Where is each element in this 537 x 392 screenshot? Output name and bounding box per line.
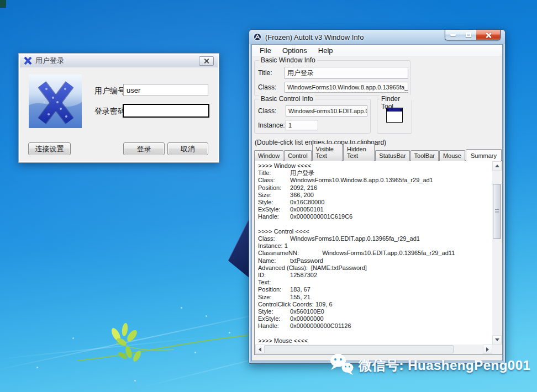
summary-line[interactable]: Style: 0x16C80000 bbox=[258, 199, 492, 206]
scroll-down-button[interactable] bbox=[492, 335, 502, 345]
caption-buttons bbox=[445, 30, 501, 40]
menu-bar: File Options Help bbox=[252, 45, 502, 56]
close-icon bbox=[485, 32, 492, 38]
summary-line[interactable]: Style: 0x560100E0 bbox=[258, 308, 492, 315]
summary-line[interactable]: >>>> Control <<<< bbox=[258, 228, 492, 235]
summary-list: >>>> Window <<<<Title: 用户登录Class: Window… bbox=[258, 162, 492, 344]
login-dialog-window: 用户登录 bbox=[18, 53, 219, 163]
class-label: Class: bbox=[258, 83, 276, 91]
x-small-icon bbox=[24, 57, 32, 65]
vertical-scroll-thumb[interactable] bbox=[493, 184, 501, 239]
minimize-button[interactable] bbox=[445, 30, 461, 40]
scrollbar-corner bbox=[492, 345, 502, 354]
menu-help[interactable]: Help bbox=[313, 45, 339, 56]
group-label: Basic Control Info bbox=[259, 95, 315, 103]
connection-settings-button[interactable]: 连接设置 bbox=[28, 142, 71, 155]
instance-label: Instance: bbox=[258, 121, 285, 129]
login-titlebar[interactable]: 用户登录 bbox=[20, 55, 218, 67]
window-title-value[interactable]: 用户登录 bbox=[285, 67, 408, 79]
summary-line[interactable]: ControlClick Coords: 109, 6 bbox=[258, 301, 492, 308]
maximize-button[interactable] bbox=[461, 30, 476, 40]
login-button[interactable]: 登录 bbox=[123, 142, 165, 155]
tab-statusbar[interactable]: StatusBar bbox=[375, 150, 409, 161]
summary-line[interactable]: ExStyle: 0x00050101 bbox=[258, 206, 492, 213]
summary-line[interactable]: Instance: 1 bbox=[258, 242, 492, 250]
summary-line[interactable]: ClassnameNN: WindowsForms10.EDIT.app.0.1… bbox=[258, 250, 492, 257]
summary-line[interactable]: ExStyle: 0x00000000 bbox=[258, 315, 492, 322]
title-label: Title: bbox=[258, 69, 272, 77]
user-id-field[interactable] bbox=[123, 84, 208, 96]
summary-line[interactable]: >>>> Mouse <<<< bbox=[258, 337, 492, 344]
finder-tool-icon[interactable] bbox=[386, 108, 403, 123]
autoit-icon bbox=[253, 33, 262, 41]
summary-line[interactable]: Name: txtPassword bbox=[258, 257, 492, 264]
tab-hidden-text[interactable]: Hidden Text bbox=[343, 144, 375, 161]
summary-line[interactable]: Size: 155, 21 bbox=[258, 294, 492, 301]
wechat-icon bbox=[329, 353, 355, 378]
tab-mouse[interactable]: Mouse bbox=[439, 150, 465, 161]
x-logo-icon bbox=[29, 75, 82, 128]
corner-artifact bbox=[0, 0, 6, 8]
menu-options[interactable]: Options bbox=[277, 45, 313, 56]
summary-listbox: >>>> Window <<<<Title: 用户登录Class: Window… bbox=[254, 160, 503, 355]
summary-line[interactable]: Advanced (Class): [NAME:txtPassword] bbox=[258, 264, 492, 272]
summary-line[interactable]: Position: 183, 67 bbox=[258, 286, 492, 293]
summary-line[interactable] bbox=[258, 221, 492, 228]
sparkle-dot bbox=[206, 315, 207, 317]
user-id-label: 用户编号 bbox=[94, 86, 125, 96]
summary-line[interactable]: Title: 用户登录 bbox=[258, 169, 492, 177]
horizontal-scrollbar[interactable] bbox=[255, 345, 492, 354]
tab-window[interactable]: Window bbox=[254, 150, 283, 161]
sparkle-dot bbox=[134, 380, 136, 382]
watermark: 微信号: HuashengPeng001 bbox=[329, 353, 530, 378]
summary-line[interactable] bbox=[258, 330, 492, 337]
horizontal-scroll-thumb[interactable] bbox=[265, 345, 454, 353]
autoit-window-title: (Frozen) AutoIt v3 Window Info bbox=[265, 33, 364, 41]
summary-line[interactable]: Handle: 0x0000000000C01126 bbox=[258, 322, 492, 330]
basic-control-info-group: Basic Control Info Class: WindowsForms10… bbox=[254, 99, 371, 134]
desktop: 用户登录 bbox=[0, 0, 537, 392]
login-body: 用户编号 登录密码 连接设置 登录 取消 bbox=[20, 67, 218, 161]
summary-line[interactable]: Handle: 0x0000000001C619C6 bbox=[258, 213, 492, 220]
scroll-up-button[interactable] bbox=[492, 161, 502, 171]
tab-visible-text[interactable]: Visible Text bbox=[312, 144, 343, 161]
summary-line[interactable]: Text: bbox=[258, 279, 492, 286]
password-field[interactable] bbox=[123, 104, 209, 118]
basic-window-info-group: Basic Window Info Title: 用户登录 Class: Win… bbox=[254, 60, 410, 96]
summary-line[interactable]: Class: WindowsForms10.Window.8.app.0.139… bbox=[258, 177, 492, 184]
wallpaper-plant bbox=[77, 317, 260, 373]
login-dialog-title: 用户登录 bbox=[35, 56, 64, 66]
sparkle-dot bbox=[181, 307, 182, 309]
control-class-value[interactable]: WindowsForms10.EDIT.app.0 bbox=[286, 105, 367, 116]
close-button[interactable] bbox=[199, 56, 214, 66]
watermark-text: 微信号: HuashengPeng001 bbox=[359, 357, 530, 374]
tab-toolbar[interactable]: ToolBar bbox=[410, 150, 439, 161]
tab-strip: WindowControlVisible TextHidden TextStat… bbox=[254, 148, 502, 161]
arrow-left-icon bbox=[259, 347, 261, 352]
menu-file[interactable]: File bbox=[254, 45, 277, 56]
scroll-right-button[interactable] bbox=[483, 345, 492, 354]
sparkle-dot bbox=[36, 367, 38, 368]
cancel-button[interactable]: 取消 bbox=[167, 142, 208, 155]
arrow-down-icon bbox=[495, 338, 499, 341]
window-class-value[interactable]: WindowsForms10.Window.8.app.0.13965fa_r. bbox=[285, 82, 408, 93]
summary-line[interactable]: >>>> Window <<<< bbox=[258, 162, 492, 169]
arrow-right-icon bbox=[486, 347, 489, 352]
vertical-scrollbar[interactable] bbox=[492, 161, 502, 345]
maximize-icon bbox=[466, 33, 471, 37]
close-button[interactable] bbox=[476, 30, 500, 40]
tab-summary[interactable]: Summary bbox=[466, 149, 502, 161]
summary-line[interactable]: Position: 2092, 216 bbox=[258, 184, 492, 192]
sparkle-dot bbox=[72, 337, 74, 339]
close-icon bbox=[204, 59, 209, 63]
instance-value[interactable]: 1 bbox=[286, 120, 318, 130]
scroll-left-button[interactable] bbox=[255, 345, 265, 354]
password-label: 登录密码 bbox=[94, 107, 125, 116]
summary-line[interactable]: Class: WindowsForms10.EDIT.app.0.13965fa… bbox=[258, 235, 492, 242]
arrow-up-icon bbox=[495, 165, 499, 167]
autoit-window-info: (Frozen) AutoIt v3 Window Info File Opti… bbox=[249, 29, 506, 364]
minimize-icon bbox=[450, 34, 456, 36]
tab-control[interactable]: Control bbox=[284, 150, 311, 161]
summary-line[interactable]: ID: 12587302 bbox=[258, 272, 492, 279]
summary-line[interactable]: Size: 366, 200 bbox=[258, 192, 492, 199]
